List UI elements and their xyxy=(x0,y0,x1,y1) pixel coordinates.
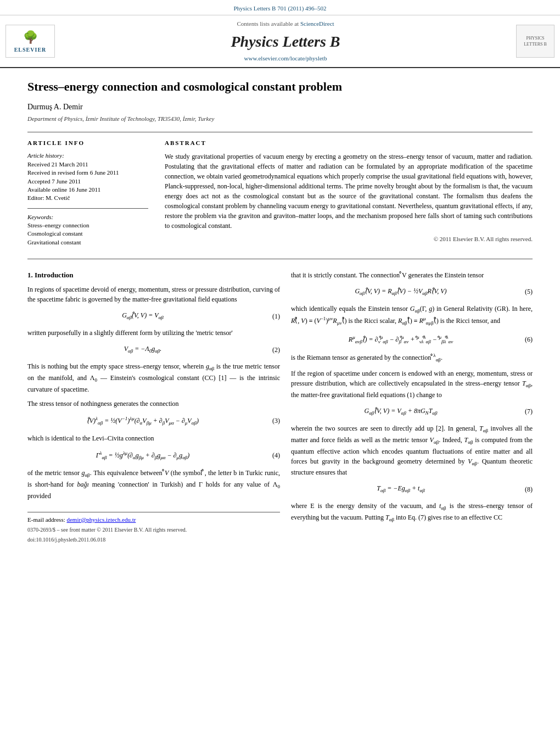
email-label: E-mail address: xyxy=(27,516,65,523)
elsevier-name: ELSEVIER xyxy=(14,46,47,54)
section1-title: 1. Introduction xyxy=(27,270,280,280)
equation-6: Rμανβ(̊) = ∂ν̊μαβ − ∂β̊μαν + ̊μνλ̊λαβ − … xyxy=(291,333,533,347)
eq6-number: (6) xyxy=(511,335,533,344)
eq8-number: (8) xyxy=(511,485,533,494)
main-body: 1. Introduction In regions of spacetime … xyxy=(27,270,533,544)
eq2-content: Vαβ = −Λ0gαβ. xyxy=(27,344,258,355)
received2: Received in revised form 6 June 2011 xyxy=(27,169,148,177)
left-column: 1. Introduction In regions of spacetime … xyxy=(27,270,280,544)
equation-5: Gαβ(̊V, V) = Rαβ(̊V) − ½VαβR(̊V, V) (5) xyxy=(291,286,533,298)
eq4-lhs: Γλαβ = ½gλμ(∂αgβμ + ∂βgμα − ∂μgαβ) xyxy=(96,451,190,459)
science-direct-link[interactable]: ScienceDirect xyxy=(300,20,334,27)
journal-name-display: Physics Letters B xyxy=(60,31,511,52)
eq2-number: (2) xyxy=(258,345,280,355)
eq7-number: (7) xyxy=(511,407,533,416)
badge-text: PHYSICS LETTERS B xyxy=(517,35,554,47)
history-label: Article history: xyxy=(27,152,148,160)
journal-citation: Physics Letters B 701 (2011) 496–502 xyxy=(0,0,560,15)
equation-4: Γλαβ = ½gλμ(∂αgβμ + ∂βgμα − ∂μgαβ) (4) xyxy=(27,449,280,462)
keywords-label: Keywords: xyxy=(27,213,148,221)
footer-line2: doi:10.1016/j.physletb.2011.06.018 xyxy=(27,536,280,544)
article-info-panel: ARTICLE INFO Article history: Received 2… xyxy=(27,139,148,252)
email-info: E-mail address: demir@physics.iztech.edu… xyxy=(27,516,280,524)
intro-para6: of the metric tensor gαβ. This equivalen… xyxy=(27,468,280,501)
paper-content: Stress–energy connection and cosmologica… xyxy=(0,68,560,555)
journal-badge: PHYSICS LETTERS B xyxy=(516,25,555,58)
equation-8: Tαβ = −Εgαβ + tαβ (8) xyxy=(291,483,533,495)
eq5-content: Gαβ(̊V, V) = Rαβ(̊V) − ½VαβR(̊V, V) xyxy=(291,287,511,297)
eq8-content: Tαβ = −Εgαβ + tαβ xyxy=(291,484,511,494)
eq5-number: (5) xyxy=(511,287,533,297)
right-para2: which identically equals the Einstein te… xyxy=(291,304,533,327)
eq1-number: (1) xyxy=(258,312,280,321)
eq3-lhs: (̊V)λαβ = ½(V−1)λμ(∂αVβμ + ∂βVμα − ∂μVαβ… xyxy=(87,417,199,425)
banner-center: Contents lists available at ScienceDirec… xyxy=(60,20,511,63)
science-direct-label: Contents lists available at ScienceDirec… xyxy=(60,20,511,28)
intro-para2: written purposefully in a slightly diffe… xyxy=(27,328,280,338)
footer-line1: 0370-2693/$ – see front matter © 2011 El… xyxy=(27,526,280,534)
keyword-2: Cosmological constant xyxy=(27,230,148,238)
article-history: Article history: Received 21 March 2011 … xyxy=(27,152,148,202)
keywords-list: Stress–energy connection Cosmological co… xyxy=(27,221,148,247)
email-link[interactable]: demir@physics.iztech.edu.tr xyxy=(66,516,136,523)
received1: Received 21 March 2011 xyxy=(27,160,148,169)
eq3-content: (̊V)λαβ = ½(V−1)λμ(∂αVβμ + ∂βVμα − ∂μVαβ… xyxy=(27,415,258,427)
eq7-content: Gαβ(̊V, V) = Vαβ + 8πGNTαβ xyxy=(291,406,511,417)
paper-author: Durmuş A. Demir xyxy=(27,102,533,113)
eq6-lhs: Rμανβ(̊) = ∂ν̊μαβ − ∂β̊μαν + ̊μνλ̊λαβ − … xyxy=(349,336,453,343)
keyword-3: Gravitational constant xyxy=(27,238,148,247)
intro-para4: The stress tensor of nothingness generat… xyxy=(27,399,280,409)
right-column: that it is strictly constant. The connec… xyxy=(291,270,533,544)
footnote-area: E-mail address: demir@physics.iztech.edu… xyxy=(27,512,280,544)
abstract-panel: ABSTRACT We study gravitational properti… xyxy=(165,139,533,252)
citation-text: Physics Letters B 701 (2011) 496–502 xyxy=(233,5,326,12)
equation-3: (̊V)λαβ = ½(V−1)λμ(∂αVβμ + ∂βVμα − ∂μVαβ… xyxy=(27,414,280,428)
eq4-number: (4) xyxy=(258,451,280,460)
elsevier-logo: 🌳 ELSEVIER xyxy=(5,25,55,58)
right-para3: is the Riemann tensor as generated by th… xyxy=(291,352,533,364)
article-info-heading: ARTICLE INFO xyxy=(27,139,148,147)
editor: Editor: M. Cvetič xyxy=(27,194,148,202)
eq5-lhs: Gαβ(̊V, V) = Rαβ(̊V) − ½VαβR(̊V, V) xyxy=(355,287,446,295)
paper-title: Stress–energy connection and cosmologica… xyxy=(27,79,533,95)
eq1-lhs: Gαβ(̊V, V) = Vαβ xyxy=(122,311,164,319)
abstract-heading: ABSTRACT xyxy=(165,139,533,147)
paper-affiliation: Department of Physics, İzmir Institute o… xyxy=(27,115,533,123)
keywords-block: Keywords: Stress–energy connection Cosmo… xyxy=(27,213,148,247)
eq7-lhs: Gαβ(̊V, V) = Vαβ + 8πGNTαβ xyxy=(364,407,437,415)
journal-url: www.elsevier.com/locate/physletb xyxy=(60,54,511,63)
available-online: Available online 16 June 2011 xyxy=(27,186,148,194)
abstract-text: We study gravitational properties of vac… xyxy=(165,152,533,231)
accepted: Accepted 7 June 2011 xyxy=(27,177,148,186)
eq3-number: (3) xyxy=(258,416,280,426)
eq1-content: Gαβ(̊V, V) = Vαβ xyxy=(27,311,258,321)
equation-2: Vαβ = −Λ0gαβ. (2) xyxy=(27,343,280,356)
eq4-content: Γλαβ = ½gλμ(∂αgβμ + ∂βgμα − ∂μgαβ) xyxy=(27,450,258,461)
eq8-lhs: Tαβ = −Εgαβ + tαβ xyxy=(377,484,424,492)
right-para6: where Ε is the energy density of the vac… xyxy=(291,501,533,524)
eq2-lhs: Vαβ = −Λ0gαβ. xyxy=(124,345,162,353)
eq6-content: Rμανβ(̊) = ∂ν̊μαβ − ∂β̊μαν + ̊μνλ̊λαβ − … xyxy=(291,334,511,345)
article-meta-section: ARTICLE INFO Article history: Received 2… xyxy=(27,132,533,259)
intro-para3: This is nothing but the empty space stre… xyxy=(27,361,280,394)
elsevier-tree-icon: 🌳 xyxy=(23,29,38,46)
right-para1: that it is strictly constant. The connec… xyxy=(291,270,533,280)
journal-banner: 🌳 ELSEVIER Contents lists available at S… xyxy=(0,15,560,68)
equation-1: Gαβ(̊V, V) = Vαβ (1) xyxy=(27,310,280,322)
intro-para5: which is identical to the Levi–Civita co… xyxy=(27,433,280,443)
copyright: © 2011 Elsevier B.V. All rights reserved… xyxy=(165,235,533,243)
intro-para1: In regions of spacetime devoid of energy… xyxy=(27,284,280,304)
keyword-1: Stress–energy connection xyxy=(27,221,148,230)
right-para5: wherein the two sources are seen to dire… xyxy=(291,423,533,478)
right-para4: If the region of spacetime under concern… xyxy=(291,369,533,400)
equation-7: Gαβ(̊V, V) = Vαβ + 8πGNTαβ (7) xyxy=(291,405,533,418)
